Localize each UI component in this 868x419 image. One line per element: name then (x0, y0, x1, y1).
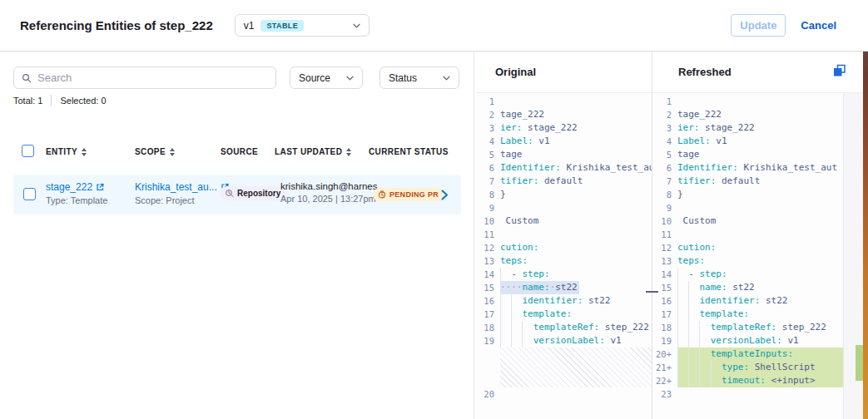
cancel-button[interactable]: Cancel (801, 19, 836, 32)
line-number: 7 (652, 175, 677, 188)
line-number (475, 348, 500, 387)
column-last-updated[interactable]: LAST UPDATED (275, 147, 351, 156)
search-icon (22, 73, 32, 83)
code-line: 11 (475, 228, 652, 241)
sort-icon[interactable] (346, 148, 351, 156)
sort-icon[interactable] (170, 148, 175, 156)
source-badge-label: Repository (237, 189, 280, 198)
code-line: 16identifier: st22 (475, 294, 652, 308)
status-filter-label: Status (389, 72, 417, 84)
line-number: 16 (652, 294, 677, 308)
code-line: 14- step: (475, 268, 652, 281)
code-line: 20+templateInputs: (652, 348, 843, 361)
code-line: 15····name:·st22 (475, 281, 652, 294)
external-link-icon[interactable] (96, 183, 104, 191)
page-title: Referencing Entities of step_222 (20, 18, 213, 32)
code-line: 1 (652, 95, 843, 108)
code-line: 3ier: stage_222 (652, 121, 843, 135)
line-number: 14 (652, 268, 677, 281)
source-badge: Repository (220, 186, 288, 200)
chevron-down-icon (346, 76, 354, 81)
entity-type: Type: Template (46, 195, 107, 205)
code-line: 13teps: (652, 254, 843, 268)
line-number: 11 (652, 228, 677, 241)
row-checkbox[interactable] (23, 188, 36, 200)
sort-icon[interactable] (82, 148, 87, 156)
refreshed-pane-title: Refreshed (678, 66, 732, 78)
refreshed-code-pane: 12tage_2223ier: stage_2224Label: v15tage… (652, 93, 843, 419)
line-number: 7 (475, 175, 500, 188)
original-code-pane: 12tage_2223ier: stage_2224Label: v15tage… (475, 93, 652, 419)
search-input[interactable] (37, 71, 268, 84)
line-number: 17 (652, 308, 677, 321)
line-number: 11 (475, 228, 500, 241)
code-line: 9 (652, 201, 843, 214)
referencing-entities-drawer: Referencing Entities of step_222 v1 STAB… (0, 0, 868, 419)
line-number: 19 (652, 334, 677, 348)
line-number: 5 (652, 148, 677, 161)
code-line: 2tage_222 (475, 108, 652, 121)
diff-section: Original Refreshed 12tage_2223ier: stage… (475, 52, 863, 419)
line-number: 22+ (652, 374, 677, 387)
summary-divider (51, 95, 52, 106)
line-number: 20 (475, 387, 500, 401)
line-number: 8 (652, 188, 677, 201)
table-row[interactable]: stage_222 Type: Template Krishika_test_a… (13, 175, 461, 214)
chevron-down-icon (353, 23, 360, 28)
line-number: 12 (652, 241, 677, 254)
code-line: 17template: (652, 308, 843, 321)
line-number: 1 (475, 95, 500, 108)
line-number: 10 (652, 214, 677, 228)
overview-added-mark (856, 345, 863, 381)
diff-scrollbar[interactable] (843, 93, 863, 419)
line-number: 9 (475, 201, 500, 214)
diff-sash-handle[interactable] (646, 291, 658, 293)
code-line: 19versionLabel: v1 (652, 334, 843, 348)
code-line: 10 Custom (652, 214, 843, 228)
version-select[interactable]: v1 STABLE (235, 14, 370, 37)
code-line: 1 (475, 95, 652, 108)
scope-link[interactable]: Krishika_test_au... (135, 181, 217, 193)
chevron-down-icon (443, 76, 450, 81)
code-line: 12cution: (475, 241, 652, 254)
update-button[interactable]: Update (731, 14, 786, 37)
scope-type: Scope: Project (135, 195, 229, 205)
row-expand-chevron-icon[interactable] (441, 190, 449, 200)
source-filter[interactable]: Source (290, 67, 363, 89)
line-number: 19 (475, 334, 500, 348)
code-line: 11 (652, 228, 843, 241)
source-filter-label: Source (299, 72, 330, 84)
code-line: 17template: (475, 308, 652, 321)
code-line: 15name: st22 (652, 281, 843, 294)
search-box[interactable] (13, 67, 276, 89)
status-badge-label: PENDING PR (389, 190, 439, 199)
updated-by: krishika.singh@harnes... (280, 181, 385, 191)
select-all-checkbox[interactable] (22, 145, 34, 157)
code-line: 4Label: v1 (475, 135, 652, 148)
line-number: 17 (475, 308, 500, 321)
code-line: 21+type: ShellScript (652, 361, 843, 374)
line-number: 18 (652, 321, 677, 334)
code-line: 5tage (652, 148, 843, 161)
code-line: 8} (475, 188, 652, 201)
code-line: 3ier: stage_222 (475, 121, 652, 135)
code-line: 12cution: (652, 241, 843, 254)
code-line: 13teps: (475, 254, 652, 268)
code-line: 23 (652, 387, 843, 401)
copy-icon[interactable] (833, 64, 846, 77)
code-line: 20 (475, 387, 652, 401)
line-number: 13 (475, 254, 500, 268)
entities-panel: Source Status Total: 1 Selected: 0 ENTIT… (0, 52, 474, 419)
code-line: 6Identifier: Krishika_test_aut (475, 161, 652, 175)
line-number: 4 (652, 135, 677, 148)
line-number: 2 (652, 108, 677, 121)
code-line: 2tage_222 (652, 108, 843, 121)
scope-cell: Krishika_test_au... Scope: Project (135, 181, 229, 205)
column-entity[interactable]: ENTITY (46, 147, 87, 156)
code-line: 16identifier: st22 (652, 294, 843, 308)
column-scope[interactable]: SCOPE (135, 147, 175, 156)
line-number: 4 (475, 135, 500, 148)
entity-link[interactable]: stage_222 (46, 181, 92, 193)
status-filter[interactable]: Status (379, 67, 459, 89)
code-line: 10 Custom (475, 214, 652, 228)
